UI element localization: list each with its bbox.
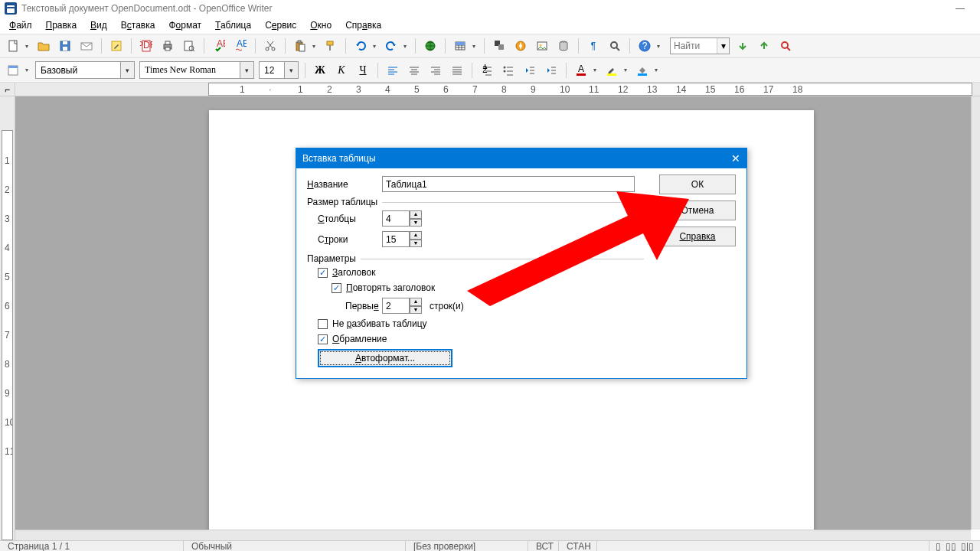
menu-insert[interactable]: Вставка [115, 18, 162, 32]
autoformat-button[interactable]: Автоформат... [318, 349, 452, 367]
styles-icon[interactable] [5, 62, 21, 79]
rows-down-icon[interactable]: ▼ [410, 240, 422, 248]
cols-up-icon[interactable]: ▲ [410, 210, 422, 219]
paragraph-style-combo[interactable]: ▾ [35, 61, 135, 79]
font-name-combo[interactable]: ▾ [139, 61, 254, 79]
header-checkbox[interactable]: ✓Заголовок [307, 267, 644, 278]
search-all-icon[interactable] [777, 37, 794, 54]
help-icon[interactable]: ? [636, 37, 653, 54]
ok-button[interactable]: ОК [659, 174, 736, 194]
open-icon[interactable] [35, 37, 52, 54]
first-input[interactable] [382, 298, 410, 314]
font-name-dd-icon[interactable]: ▾ [240, 62, 253, 78]
status-lang[interactable]: [Без проверки] [406, 541, 528, 551]
first-up-icon[interactable]: ▲ [410, 298, 422, 306]
font-name-input[interactable] [140, 62, 240, 78]
redo-dropdown-icon[interactable]: ▾ [401, 43, 409, 50]
paste-icon[interactable] [292, 37, 309, 54]
number-list-icon[interactable]: 12 [479, 62, 495, 79]
indent-dec-icon[interactable] [521, 62, 538, 79]
cols-spinner[interactable]: ▲▼ [382, 210, 422, 227]
search-prev-icon[interactable] [734, 37, 751, 54]
navigator-icon[interactable] [512, 37, 529, 54]
paste-dropdown-icon[interactable]: ▾ [310, 43, 318, 50]
indent-inc-icon[interactable] [543, 62, 560, 79]
cols-input[interactable] [382, 210, 410, 227]
search-dropdown-icon[interactable]: ▾ [717, 38, 729, 54]
repeat-checkbox[interactable]: ✓Повторять заголовок [307, 282, 644, 293]
underline-icon[interactable]: Ч [354, 62, 371, 79]
cut-icon[interactable] [262, 37, 279, 54]
nosplit-checkbox[interactable]: Не разбивать таблицу [307, 318, 644, 329]
undo-dropdown-icon[interactable]: ▾ [371, 43, 378, 50]
view-book-icon[interactable]: ▯|▯ [961, 541, 974, 552]
spellcheck-icon[interactable]: AB [211, 37, 227, 54]
styles-dropdown-icon[interactable]: ▾ [23, 67, 31, 73]
font-size-combo[interactable]: ▾ [259, 61, 299, 79]
close-icon[interactable]: ✕ [731, 152, 740, 165]
bullet-list-icon[interactable] [500, 62, 517, 79]
status-style[interactable]: Обычный [184, 541, 406, 551]
font-size-input[interactable] [260, 62, 284, 78]
horizontal-ruler[interactable]: 1·123456789101112131415161718 [15, 83, 980, 96]
new-icon[interactable] [5, 37, 21, 54]
first-spinner[interactable]: ▲▼ [382, 298, 422, 314]
datasource-icon[interactable] [555, 37, 572, 54]
highlight-icon[interactable] [603, 62, 620, 79]
vertical-scrollbar[interactable] [971, 96, 980, 530]
cancel-button[interactable]: Отмена [659, 201, 736, 220]
bgcolor-dd-icon[interactable]: ▾ [652, 67, 660, 73]
table-dropdown-icon[interactable]: ▾ [470, 43, 478, 50]
font-color-icon[interactable]: A [573, 62, 590, 79]
status-std[interactable]: СТАН [559, 541, 597, 551]
vertical-ruler[interactable]: 1234567891011 [0, 96, 15, 540]
italic-icon[interactable]: К [333, 62, 350, 79]
bgcolor-icon[interactable] [634, 62, 651, 79]
rows-spinner[interactable]: ▲▼ [382, 231, 422, 247]
rows-up-icon[interactable]: ▲ [410, 231, 422, 240]
search-input[interactable] [671, 38, 717, 54]
help-dropdown-icon[interactable]: ▾ [655, 43, 662, 50]
autospell-icon[interactable]: ABC [232, 37, 249, 54]
status-ins[interactable]: ВСТ [528, 541, 559, 551]
view-single-icon[interactable]: ▯ [936, 541, 941, 552]
first-down-icon[interactable]: ▼ [410, 306, 422, 315]
new-dropdown-icon[interactable]: ▾ [23, 43, 31, 50]
horizontal-scrollbar[interactable] [15, 530, 971, 540]
email-icon[interactable] [78, 37, 95, 54]
menu-table[interactable]: Таблица [209, 18, 257, 32]
bold-icon[interactable]: Ж [312, 62, 328, 79]
paragraph-style-input[interactable] [36, 62, 120, 78]
align-right-icon[interactable] [427, 62, 444, 79]
table-icon[interactable] [452, 37, 469, 54]
help-button[interactable]: Справка [659, 227, 736, 246]
hyperlink-icon[interactable] [422, 37, 439, 54]
search-box[interactable]: ▾ [670, 37, 730, 54]
paragraph-style-dd-icon[interactable]: ▾ [120, 62, 134, 78]
name-input[interactable] [382, 176, 635, 192]
gallery-icon[interactable] [534, 37, 550, 54]
menu-view[interactable]: Вид [84, 18, 113, 32]
rows-input[interactable] [382, 231, 410, 247]
align-center-icon[interactable] [406, 62, 423, 79]
menu-file[interactable]: Файл [3, 18, 38, 32]
print-icon[interactable] [159, 37, 176, 54]
redo-icon[interactable] [383, 37, 400, 54]
menu-tools[interactable]: Сервис [259, 18, 302, 32]
edit-doc-icon[interactable] [108, 37, 125, 54]
status-page[interactable]: Страница 1 / 1 [0, 541, 184, 551]
view-multi-icon[interactable]: ▯▯ [946, 541, 956, 552]
highlight-dd-icon[interactable]: ▾ [622, 67, 629, 73]
save-icon[interactable] [57, 37, 74, 54]
preview-icon[interactable] [181, 37, 198, 54]
minimize-button[interactable]: — [945, 3, 975, 14]
dialog-titlebar[interactable]: Вставка таблицы ✕ [296, 148, 746, 168]
cols-down-icon[interactable]: ▼ [410, 219, 422, 227]
align-left-icon[interactable] [384, 62, 401, 79]
format-paint-icon[interactable] [322, 37, 339, 54]
menu-format[interactable]: Формат [162, 18, 207, 32]
menu-help[interactable]: Справка [339, 18, 387, 32]
menu-window[interactable]: Окно [304, 18, 338, 32]
pdf-icon[interactable]: PDF [138, 37, 155, 54]
border-checkbox[interactable]: ✓Обрамление [307, 334, 644, 344]
